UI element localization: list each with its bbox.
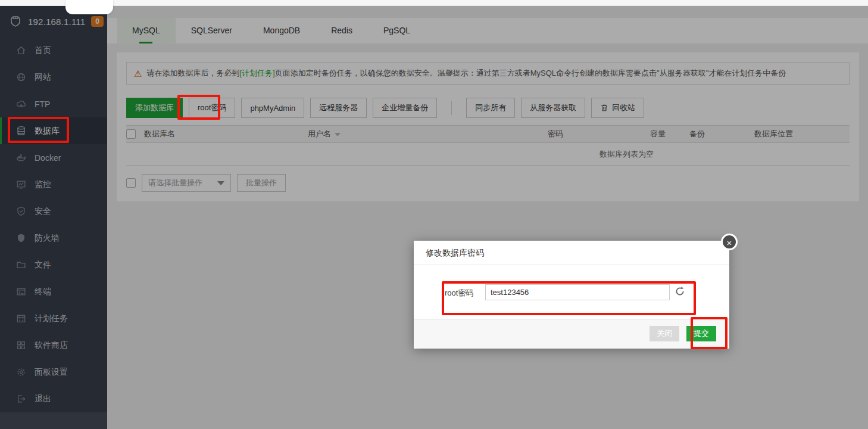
modal-body: root密码 — [414, 265, 729, 319]
root-password-label: root密码 — [445, 288, 473, 299]
modal-title: 修改数据库密码 — [414, 241, 729, 265]
modal-close-button[interactable]: 关闭 — [650, 326, 679, 341]
modal-footer: 关闭 提交 — [414, 319, 729, 348]
regenerate-password-icon[interactable] — [675, 286, 685, 297]
modal-close-icon[interactable]: × — [721, 234, 738, 250]
modal-dim-overlay — [0, 6, 868, 429]
browser-chrome-pill — [65, 0, 113, 14]
root-password-input[interactable] — [485, 284, 670, 300]
modal-submit-button[interactable]: 提交 — [686, 326, 716, 341]
browser-chrome-strip — [0, 0, 868, 6]
change-db-password-modal: × 修改数据库密码 root密码 关闭 提交 — [414, 241, 729, 349]
